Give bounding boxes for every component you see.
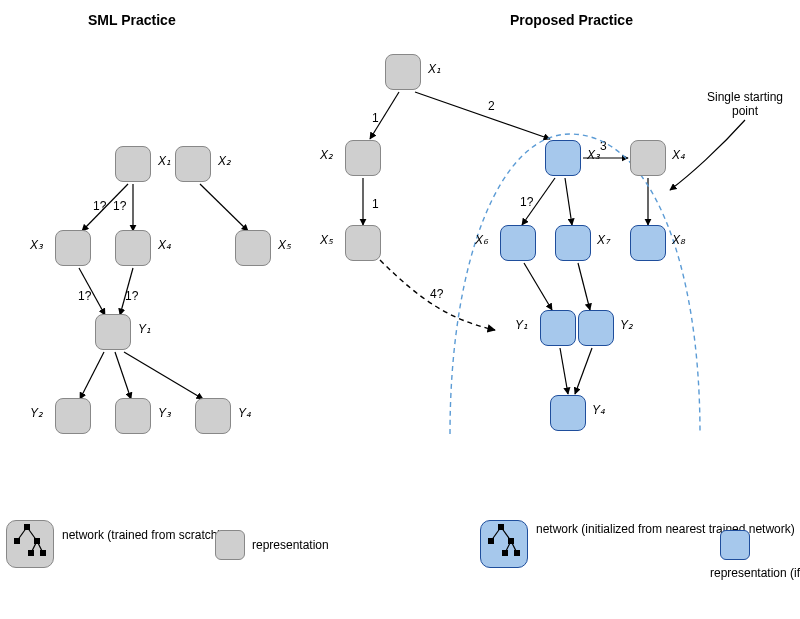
left-node-x4 <box>115 230 151 266</box>
legend-right-network-text: network (initialized from nearest traine… <box>536 522 726 536</box>
left-node-x3 <box>55 230 91 266</box>
right-x2-label: X₂ <box>320 148 333 162</box>
svg-line-24 <box>524 263 552 310</box>
left-x1-label: X₁ <box>158 154 171 168</box>
left-x3-label: X₃ <box>30 238 43 252</box>
right-x5-label: X₅ <box>320 233 333 247</box>
left-y2-label: Y₂ <box>30 406 43 420</box>
right-node-x3 <box>545 140 581 176</box>
svg-rect-35 <box>34 538 40 544</box>
svg-rect-45 <box>502 550 508 556</box>
svg-rect-43 <box>488 538 494 544</box>
svg-rect-36 <box>28 550 34 556</box>
right-title: Proposed Practice <box>510 12 633 28</box>
diagram-root: { "left": { "title": "SML Practice", "no… <box>0 0 800 619</box>
legend-right-repr-text: representation (if frozen) <box>710 566 800 580</box>
legend-left-repr-icon <box>215 530 245 560</box>
svg-line-26 <box>560 348 568 394</box>
right-x7-label: X₇ <box>597 233 610 247</box>
svg-text:1?: 1? <box>113 199 127 213</box>
cluster-caption: Single starting point <box>700 90 790 118</box>
legend-left-repr-text: representation <box>252 538 329 552</box>
svg-text:1?: 1? <box>93 199 107 213</box>
left-x2-label: X₂ <box>218 154 231 168</box>
right-node-y2a <box>540 310 576 346</box>
svg-line-13 <box>415 92 550 139</box>
left-node-y1 <box>95 314 131 350</box>
svg-line-5 <box>80 352 104 399</box>
left-y3-label: Y₃ <box>158 406 171 420</box>
right-node-x6 <box>500 225 536 261</box>
svg-line-21 <box>565 178 572 225</box>
left-node-x1 <box>115 146 151 182</box>
legend-right-repr-icon <box>720 530 750 560</box>
legend-left-network-icon <box>6 520 54 568</box>
legend-right-network-icon <box>480 520 528 568</box>
right-node-x4 <box>630 140 666 176</box>
right-x6-label: X₆ <box>475 233 488 247</box>
right-node-x2 <box>345 140 381 176</box>
right-node-x7 <box>555 225 591 261</box>
left-title: SML Practice <box>88 12 176 28</box>
right-x3-label: X₃ <box>587 148 600 162</box>
right-y4-label: Y₄ <box>592 403 605 417</box>
right-y1-label: Y₁ <box>515 318 528 332</box>
svg-rect-33 <box>24 524 30 530</box>
tree-icon <box>481 521 521 561</box>
left-y4-label: Y₄ <box>238 406 251 420</box>
svg-rect-37 <box>40 550 46 556</box>
right-node-x5 <box>345 225 381 261</box>
svg-text:4?: 4? <box>430 287 444 301</box>
svg-rect-34 <box>14 538 20 544</box>
right-x1-label: X₁ <box>428 62 441 76</box>
svg-line-2 <box>200 184 248 231</box>
svg-rect-46 <box>514 550 520 556</box>
right-node-y4 <box>550 395 586 431</box>
svg-text:1: 1 <box>372 111 379 125</box>
svg-text:1?: 1? <box>520 195 534 209</box>
right-x8-label: X₈ <box>672 233 685 247</box>
left-node-y4 <box>195 398 231 434</box>
left-node-x5 <box>235 230 271 266</box>
svg-rect-42 <box>498 524 504 530</box>
svg-line-6 <box>115 352 131 399</box>
svg-line-27 <box>575 348 592 394</box>
right-node-y2b <box>578 310 614 346</box>
svg-text:1?: 1? <box>78 289 92 303</box>
right-node-x1 <box>385 54 421 90</box>
svg-text:2: 2 <box>488 99 495 113</box>
tree-icon <box>7 521 47 561</box>
svg-text:1: 1 <box>372 197 379 211</box>
svg-line-25 <box>578 263 590 310</box>
svg-line-7 <box>124 352 203 399</box>
left-node-y3 <box>115 398 151 434</box>
left-x5-label: X₅ <box>278 238 291 252</box>
svg-rect-44 <box>508 538 514 544</box>
right-y2-label: Y₂ <box>620 318 633 332</box>
left-y1-label: Y₁ <box>138 322 151 336</box>
left-x4-label: X₄ <box>158 238 171 252</box>
right-node-x8 <box>630 225 666 261</box>
left-node-y2 <box>55 398 91 434</box>
legend-left-network-text: network (trained from scratch) <box>62 528 212 542</box>
svg-text:1?: 1? <box>125 289 139 303</box>
right-x4-label: X₄ <box>672 148 685 162</box>
left-node-x2 <box>175 146 211 182</box>
